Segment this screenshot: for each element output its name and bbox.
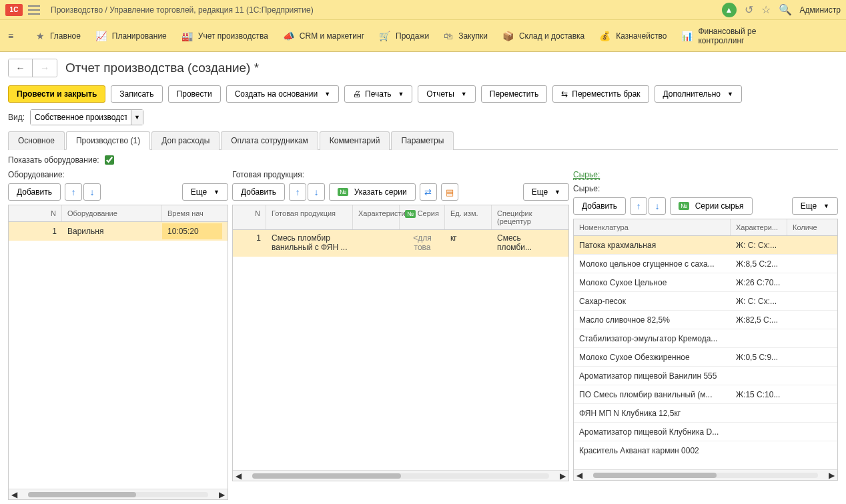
table-row[interactable]: Краситель Акванат кармин 0002 <box>574 441 837 460</box>
prod-col-serial[interactable]: №Серия <box>400 205 445 229</box>
table-row[interactable]: Патока крахмальнаяЖ: С: Сх:... <box>574 236 837 255</box>
vid-input[interactable] <box>31 110 131 125</box>
raw-col-qty[interactable]: Количе <box>787 219 827 235</box>
eq-col-eq[interactable]: Оборудование <box>62 205 162 221</box>
product-up-button[interactable]: ↑ <box>289 183 306 201</box>
raw-add-button[interactable]: Добавить <box>573 197 626 215</box>
equipment-up-button[interactable]: ↑ <box>65 183 82 201</box>
product-down-button[interactable]: ↓ <box>308 183 325 201</box>
prod-col-spec[interactable]: Специфик (рецептур <box>492 205 545 229</box>
product-more-button[interactable]: Еще▼ <box>523 183 569 201</box>
print-button[interactable]: 🖨Печать▼ <box>344 85 412 103</box>
tab-production[interactable]: Производство (1) <box>66 131 150 150</box>
move-defect-button[interactable]: ⇆Переместить брак <box>552 85 649 103</box>
equipment-down-button[interactable]: ↓ <box>83 183 101 201</box>
raw-down-button[interactable]: ↓ <box>649 197 666 215</box>
equipment-add-button[interactable]: Добавить <box>8 183 61 201</box>
create-from-button[interactable]: Создать на основании▼ <box>226 85 339 103</box>
move-icon: ⇆ <box>561 89 568 99</box>
equipment-label: Оборудование: <box>8 170 228 179</box>
equipment-more-button[interactable]: Еще▼ <box>182 183 228 201</box>
raw-more-button[interactable]: Еще▼ <box>792 197 838 215</box>
product-hscroll[interactable]: ◀▶ <box>233 470 568 481</box>
toolbar: Провести и закрыть Записать Провести Соз… <box>8 85 838 103</box>
raw-link[interactable]: Сырье: <box>573 170 600 180</box>
table-row[interactable]: Молоко цельное сгущенное с саха...Ж:8,5 … <box>574 255 837 273</box>
nav-warehouse[interactable]: 📦Склад и доставка <box>502 31 584 41</box>
table-row[interactable]: Ароматизатор пищевой Клубника D... <box>574 423 837 441</box>
vid-dropdown-button[interactable]: ▼ <box>131 110 143 125</box>
prod-col-prod[interactable]: Готовая продукция <box>266 205 353 229</box>
raw-col-nom[interactable]: Номенклатура <box>574 219 731 235</box>
prod-col-char[interactable]: Характеристика <box>353 205 400 229</box>
nav-purchase[interactable]: 🛍Закупки <box>444 31 488 41</box>
raw-hscroll[interactable]: ◀▶ <box>574 469 837 480</box>
table-row[interactable]: Молоко Сухое ОбезжиренноеЖ:0,5 С:9... <box>574 348 837 367</box>
post-button[interactable]: Провести <box>168 85 221 103</box>
move-button[interactable]: Переместить <box>481 85 548 103</box>
product-list-button[interactable]: ▤ <box>441 183 458 201</box>
nav-main[interactable]: ★Главное <box>36 31 81 41</box>
product-series-button[interactable]: №Указать серии <box>329 183 416 201</box>
table-row[interactable]: ПО Смесь пломбир ванильный (м...Ж:15 С:1… <box>574 385 837 404</box>
equipment-hscroll[interactable]: ◀▶ <box>9 489 228 499</box>
nav-menu-icon[interactable]: ≡ <box>8 31 21 41</box>
show-equipment-label: Показать оборудование: <box>8 155 99 165</box>
nav-prod[interactable]: 🏭Учет производства <box>181 31 268 41</box>
list-icon: ▤ <box>446 187 454 197</box>
forward-button[interactable]: → <box>33 59 57 77</box>
table-row[interactable]: Масло сливочное 82,5%Ж:82,5 С:... <box>574 311 837 329</box>
main-nav: ≡ ★Главное 📈Планирование 🏭Учет производс… <box>0 20 846 52</box>
table-row[interactable]: ФЯН МП N Клубника 12,5кг <box>574 404 837 423</box>
product-panel: Готовая продукция: Добавить ↑ ↓ №Указать… <box>232 170 569 500</box>
tab-payment[interactable]: Оплата сотрудникам <box>221 131 318 150</box>
reports-button[interactable]: Отчеты▼ <box>418 85 475 103</box>
eq-col-n[interactable]: N <box>9 205 62 221</box>
megaphone-icon: 📣 <box>283 31 294 41</box>
raw-up-button[interactable]: ↑ <box>630 197 647 215</box>
prod-col-n[interactable]: N <box>233 205 266 229</box>
nav-sales[interactable]: 🛒Продажи <box>379 31 429 41</box>
product-add-button[interactable]: Добавить <box>232 183 285 201</box>
nav-arrows: ← → <box>8 59 57 77</box>
page-title: Отчет производства (создание) * <box>65 61 259 75</box>
history-icon[interactable]: ↺ <box>745 3 753 16</box>
arrow-down-icon: ↓ <box>90 187 95 197</box>
tab-params[interactable]: Параметры <box>391 131 454 150</box>
tab-comment[interactable]: Комментарий <box>320 131 390 150</box>
tab-basic[interactable]: Основное <box>8 131 65 150</box>
nav-fin[interactable]: 📊Финансовый реконтроллинг <box>681 27 756 45</box>
table-row[interactable]: Сахар-песокЖ: С: Сх:... <box>574 292 837 311</box>
table-row[interactable]: Ароматизатор пищевой Ванилин 555 <box>574 367 837 385</box>
raw-col-char[interactable]: Характери... <box>731 219 787 235</box>
nav-plan[interactable]: 📈Планирование <box>95 31 167 41</box>
nav-crm[interactable]: 📣CRM и маркетинг <box>283 31 364 41</box>
raw-series-button[interactable]: №Серии сырья <box>670 197 752 215</box>
notification-icon[interactable]: ▲ <box>722 3 737 17</box>
post-close-button[interactable]: Провести и закрыть <box>8 85 105 103</box>
more-button[interactable]: Дополнительно▼ <box>655 85 742 103</box>
eq-col-start[interactable]: Время нач <box>162 205 222 221</box>
tab-expenses[interactable]: Доп расходы <box>151 131 220 150</box>
raw-label: Сырье: <box>573 184 838 193</box>
vid-select[interactable]: ▼ <box>30 109 143 125</box>
back-button[interactable]: ← <box>9 59 33 77</box>
table-row[interactable]: Молоко Сухое ЦельноеЖ:26 С:70... <box>574 273 837 292</box>
favorite-icon[interactable]: ☆ <box>761 3 771 16</box>
table-row[interactable]: Стабилизатор-эмульгатор Кремода... <box>574 329 837 348</box>
arrow-up-icon: ↑ <box>637 201 641 211</box>
nav-treasury[interactable]: 💰Казначейство <box>599 31 667 41</box>
arrow-down-icon: ↓ <box>655 201 660 211</box>
prod-col-unit[interactable]: Ед. изм. <box>445 205 492 229</box>
user-label[interactable]: Администр <box>800 5 841 15</box>
table-row[interactable]: 1Варильня10:05:20 <box>9 222 228 241</box>
table-row[interactable]: 1Смесь пломбир ванильный с ФЯН ...<для т… <box>233 230 568 257</box>
menu-icon[interactable] <box>28 5 40 15</box>
search-icon[interactable]: 🔍 <box>779 3 792 16</box>
write-button[interactable]: Записать <box>111 85 162 103</box>
cart-icon: 🛒 <box>379 31 390 41</box>
factory-icon: 🏭 <box>181 31 193 41</box>
vid-label: Вид: <box>8 113 25 122</box>
product-share-button[interactable]: ⇄ <box>420 183 437 201</box>
show-equipment-checkbox[interactable] <box>105 155 114 165</box>
